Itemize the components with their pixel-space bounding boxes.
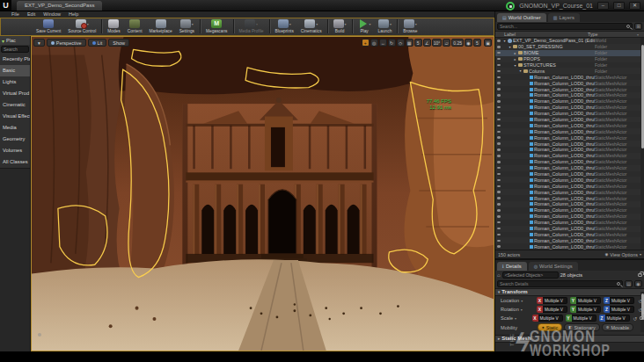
- visibility-eye-icon[interactable]: [495, 197, 502, 199]
- y-axis-field[interactable]: Y Multiple V: [570, 306, 601, 313]
- outliner-row[interactable]: Roman_Column_LOD0_thrufgafa21 StaticMesh…: [495, 171, 644, 177]
- x-axis-field[interactable]: X Multiple V: [532, 315, 563, 322]
- outliner-row[interactable]: Roman_Column_LOD0_thrufgafa14 StaticMesh…: [495, 128, 644, 134]
- outliner-row[interactable]: Roman_Column_LOD0_thrufgafa18 StaticMesh…: [495, 153, 644, 159]
- outliner-row[interactable]: Roman_Column_LOD0_thrufgafa28 StaticMesh…: [495, 214, 644, 220]
- close-button[interactable]: ✕: [629, 2, 640, 10]
- snap-toolbar-button[interactable]: ◉: [465, 39, 472, 47]
- outliner-row[interactable]: Roman_Column_LOD0_thrufgafa25 StaticMesh…: [495, 195, 644, 201]
- chevron-down-icon[interactable]: ▾: [192, 22, 194, 26]
- toolbar-button[interactable]: ▾ Browse: [399, 18, 421, 35]
- visibility-eye-icon[interactable]: [495, 155, 502, 157]
- outliner-row[interactable]: Roman_Column_LOD0_thrufgafa8 StaticMeshA…: [495, 92, 644, 98]
- chevron-down-icon[interactable]: ▾: [87, 22, 89, 26]
- outliner-search-input[interactable]: Search...: [497, 23, 633, 30]
- outliner-row[interactable]: ▾ Colums Folder: [495, 68, 644, 74]
- outliner-row[interactable]: Roman_Column_LOD0_thrufgafa22 StaticMesh…: [495, 177, 644, 183]
- scale-lock-icon[interactable]: [640, 316, 644, 320]
- outliner-row[interactable]: Roman_Column_LOD0_thrufgafa5 StaticMeshA…: [495, 74, 644, 80]
- tab-world-settings[interactable]: ◎ World Settings: [529, 262, 578, 271]
- transform-row-label[interactable]: Rotation: [501, 307, 519, 312]
- snap-toolbar-button[interactable]: 5: [414, 39, 422, 47]
- viewport-scene[interactable]: [32, 37, 494, 351]
- transform-row-label[interactable]: Location: [501, 298, 519, 303]
- visibility-eye-icon[interactable]: [495, 228, 502, 230]
- modes-category-item[interactable]: Geometry: [0, 134, 30, 145]
- toolbar-button[interactable]: ▾ Launch: [375, 18, 396, 35]
- modes-category-item[interactable]: Cinematic: [0, 99, 30, 111]
- outliner-row[interactable]: ▸ PROPS Folder: [495, 56, 644, 62]
- outliner-row[interactable]: Roman_Column_LOD0_thrufgafa27 StaticMesh…: [495, 207, 644, 214]
- snap-toolbar-button[interactable]: ◎: [370, 39, 378, 47]
- mobility-option-button[interactable]: ⊕Movable: [602, 323, 633, 331]
- visibility-eye-icon[interactable]: [495, 245, 502, 248]
- place-mode-header[interactable]: ▾ Plac: [0, 36, 30, 45]
- reset-icon[interactable]: ↺: [637, 298, 644, 304]
- outliner-row[interactable]: ▸ BIOME Folder: [495, 50, 644, 56]
- outliner-scrollbar[interactable]: [640, 38, 644, 250]
- toolbar-button[interactable]: ▾ Marketplace: [145, 18, 175, 35]
- visibility-eye-icon[interactable]: [495, 52, 502, 54]
- snap-toolbar-button[interactable]: ∠: [423, 39, 431, 47]
- viewport-options-button[interactable]: ▾: [33, 39, 45, 47]
- y-axis-field[interactable]: Y Multiple V: [570, 297, 601, 304]
- snap-toolbar-button[interactable]: ↻: [388, 39, 396, 47]
- visibility-eye-icon[interactable]: [495, 185, 502, 188]
- modes-category-item[interactable]: Lights: [0, 76, 30, 88]
- menu-item[interactable]: Edit: [27, 11, 35, 18]
- outliner-row[interactable]: Roman_Column_LOD0_thrufgafa30 StaticMesh…: [495, 226, 644, 232]
- toolbar-button[interactable]: ▾ Modes: [104, 18, 123, 35]
- visibility-eye-icon[interactable]: [495, 203, 502, 206]
- toolbar-button[interactable]: ▾ Content: [124, 18, 146, 35]
- toolbar-button[interactable]: ▾ Media Profile: [236, 18, 267, 35]
- chevron-down-icon[interactable]: ▾: [316, 22, 318, 26]
- visibility-eye-icon[interactable]: [495, 82, 502, 84]
- outliner-row[interactable]: ▾ STRUCTURES Folder: [495, 62, 644, 69]
- mobility-option-button[interactable]: ●Static: [538, 323, 562, 331]
- modes-category-item[interactable]: Visual Effect: [0, 111, 30, 122]
- visibility-eye-icon[interactable]: [495, 234, 502, 236]
- snap-toolbar-button[interactable]: ↔: [379, 39, 387, 47]
- modes-category-item[interactable]: All Classes: [0, 156, 30, 168]
- chevron-down-icon[interactable]: ▾: [345, 22, 347, 26]
- property-matrix-icon[interactable]: ▤: [625, 280, 633, 287]
- outliner-row[interactable]: ▾ EXT_VP_Demo_SecondPass_01 (Editor) Wor…: [495, 38, 644, 44]
- outliner-row[interactable]: Roman_Column_LOD0_thrufgafa16 StaticMesh…: [495, 141, 644, 147]
- tab-details[interactable]: ℹ Details: [497, 262, 527, 271]
- maximize-viewport-icon[interactable]: ▣: [484, 39, 492, 47]
- show-button[interactable]: Show: [108, 39, 129, 47]
- snap-toolbar-button[interactable]: +: [362, 39, 370, 47]
- visibility-eye-icon[interactable]: [495, 191, 502, 193]
- toolbar-button[interactable]: ▾ Save Current: [33, 18, 64, 35]
- menu-item[interactable]: File: [11, 11, 19, 18]
- visibility-eye-icon[interactable]: [495, 100, 502, 103]
- modes-category-item[interactable]: Recently Pla: [0, 54, 30, 65]
- snap-toolbar-button[interactable]: 10°: [432, 39, 443, 47]
- visibility-eye-icon[interactable]: [495, 209, 502, 212]
- visibility-eye-icon[interactable]: [495, 173, 502, 176]
- z-axis-field[interactable]: Z Multiple V: [599, 315, 630, 322]
- maximize-button[interactable]: □: [613, 2, 625, 10]
- lit-mode-button[interactable]: Lit: [88, 39, 107, 47]
- menu-item[interactable]: Window: [43, 11, 61, 18]
- outliner-row[interactable]: Roman_Column_LOD0_thrufgafa31 StaticMesh…: [495, 232, 644, 238]
- outliner-row[interactable]: ▾ 00_SET_DRESSING Folder: [495, 44, 644, 50]
- menu-item[interactable]: Help: [69, 11, 78, 18]
- visibility-eye-icon[interactable]: [495, 94, 502, 97]
- chevron-down-icon[interactable]: ▾: [370, 22, 371, 26]
- outliner-row[interactable]: Roman_Column_LOD0_thrufgafa33 StaticMesh…: [495, 243, 644, 250]
- details-search-input[interactable]: Search Details: [497, 280, 623, 287]
- visibility-eye-icon[interactable]: [495, 161, 502, 163]
- outliner-row[interactable]: Roman_Column_LOD0_thrufgafa6 StaticMeshA…: [495, 80, 644, 86]
- outliner-row[interactable]: Roman_Column_LOD0_thrufgafa9 StaticMeshA…: [495, 98, 644, 105]
- visibility-eye-icon[interactable]: [495, 64, 502, 67]
- outliner-row[interactable]: Roman_Column_LOD0_thrufgafa7 StaticMeshA…: [495, 86, 644, 92]
- reset-icon[interactable]: ↺: [633, 315, 639, 322]
- visibility-eye-icon[interactable]: [495, 179, 502, 182]
- outliner-row[interactable]: Roman_Column_LOD0_thrufgafa20 StaticMesh…: [495, 165, 644, 171]
- static-mesh-section-header[interactable]: ▸ Static Mesh: [495, 335, 644, 343]
- visibility-eye-icon[interactable]: [495, 40, 502, 42]
- chevron-down-icon[interactable]: ▾: [390, 22, 392, 26]
- outliner-row[interactable]: Roman_Column_LOD0_thrufgafa17 StaticMesh…: [495, 147, 644, 153]
- visibility-eye-icon[interactable]: [495, 215, 502, 218]
